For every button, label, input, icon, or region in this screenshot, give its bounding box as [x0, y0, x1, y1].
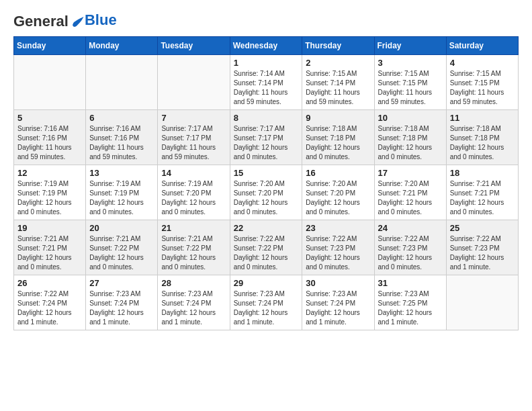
- day-number: 5: [17, 113, 82, 123]
- day-info: Sunrise: 7:22 AM Sunset: 7:24 PM Dayligh…: [17, 289, 82, 327]
- day-number: 1: [234, 58, 299, 68]
- calendar-cell: 16Sunrise: 7:20 AM Sunset: 7:20 PM Dayli…: [302, 165, 374, 220]
- calendar-week-row: 5Sunrise: 7:16 AM Sunset: 7:16 PM Daylig…: [14, 110, 519, 165]
- calendar-cell: 11Sunrise: 7:18 AM Sunset: 7:18 PM Dayli…: [446, 110, 518, 165]
- calendar-cell: 24Sunrise: 7:22 AM Sunset: 7:23 PM Dayli…: [374, 220, 446, 275]
- day-info: Sunrise: 7:19 AM Sunset: 7:19 PM Dayligh…: [89, 179, 154, 217]
- calendar-week-row: 26Sunrise: 7:22 AM Sunset: 7:24 PM Dayli…: [14, 275, 519, 330]
- day-number: 13: [89, 168, 154, 178]
- day-number: 28: [161, 278, 226, 288]
- calendar-cell: 6Sunrise: 7:16 AM Sunset: 7:16 PM Daylig…: [86, 110, 158, 165]
- day-info: Sunrise: 7:21 AM Sunset: 7:21 PM Dayligh…: [17, 234, 82, 272]
- calendar-cell: 27Sunrise: 7:23 AM Sunset: 7:24 PM Dayli…: [86, 275, 158, 330]
- calendar-cell: 25Sunrise: 7:22 AM Sunset: 7:23 PM Dayli…: [446, 220, 518, 275]
- day-info: Sunrise: 7:23 AM Sunset: 7:24 PM Dayligh…: [161, 289, 226, 327]
- calendar-cell: 2Sunrise: 7:15 AM Sunset: 7:14 PM Daylig…: [302, 55, 374, 110]
- calendar-cell: 28Sunrise: 7:23 AM Sunset: 7:24 PM Dayli…: [158, 275, 230, 330]
- calendar-cell: 22Sunrise: 7:22 AM Sunset: 7:22 PM Dayli…: [230, 220, 302, 275]
- day-info: Sunrise: 7:22 AM Sunset: 7:23 PM Dayligh…: [306, 234, 370, 272]
- day-number: 3: [378, 58, 443, 68]
- calendar-cell: [86, 55, 158, 110]
- day-number: 20: [89, 223, 154, 233]
- day-info: Sunrise: 7:22 AM Sunset: 7:23 PM Dayligh…: [378, 234, 443, 272]
- day-info: Sunrise: 7:23 AM Sunset: 7:24 PM Dayligh…: [234, 289, 299, 327]
- calendar-cell: 17Sunrise: 7:20 AM Sunset: 7:21 PM Dayli…: [374, 165, 446, 220]
- day-info: Sunrise: 7:22 AM Sunset: 7:23 PM Dayligh…: [450, 234, 515, 272]
- calendar-cell: 7Sunrise: 7:17 AM Sunset: 7:17 PM Daylig…: [158, 110, 230, 165]
- day-number: 23: [306, 223, 370, 233]
- header-saturday: Saturday: [446, 37, 518, 55]
- day-number: 15: [234, 168, 299, 178]
- day-info: Sunrise: 7:20 AM Sunset: 7:20 PM Dayligh…: [306, 179, 370, 217]
- calendar-week-row: 19Sunrise: 7:21 AM Sunset: 7:21 PM Dayli…: [14, 220, 519, 275]
- calendar-cell: 29Sunrise: 7:23 AM Sunset: 7:24 PM Dayli…: [230, 275, 302, 330]
- day-info: Sunrise: 7:16 AM Sunset: 7:16 PM Dayligh…: [17, 124, 82, 162]
- day-info: Sunrise: 7:17 AM Sunset: 7:17 PM Dayligh…: [161, 124, 226, 162]
- day-number: 18: [450, 168, 515, 178]
- day-info: Sunrise: 7:18 AM Sunset: 7:18 PM Dayligh…: [450, 124, 515, 162]
- calendar-cell: 1Sunrise: 7:14 AM Sunset: 7:14 PM Daylig…: [230, 55, 302, 110]
- day-info: Sunrise: 7:23 AM Sunset: 7:24 PM Dayligh…: [89, 289, 154, 327]
- header-monday: Monday: [86, 37, 158, 55]
- day-info: Sunrise: 7:19 AM Sunset: 7:20 PM Dayligh…: [161, 179, 226, 217]
- day-info: Sunrise: 7:15 AM Sunset: 7:14 PM Dayligh…: [306, 69, 370, 107]
- day-number: 10: [378, 113, 443, 123]
- day-number: 8: [234, 113, 299, 123]
- header-wednesday: Wednesday: [230, 37, 302, 55]
- day-number: 30: [306, 278, 370, 288]
- day-number: 27: [89, 278, 154, 288]
- page-header: General Blue: [13, 13, 519, 30]
- calendar-week-row: 1Sunrise: 7:14 AM Sunset: 7:14 PM Daylig…: [14, 55, 519, 110]
- day-info: Sunrise: 7:14 AM Sunset: 7:14 PM Dayligh…: [234, 69, 299, 107]
- day-number: 25: [450, 223, 515, 233]
- day-number: 2: [306, 58, 370, 68]
- day-number: 26: [17, 278, 82, 288]
- day-info: Sunrise: 7:18 AM Sunset: 7:18 PM Dayligh…: [378, 124, 443, 162]
- day-number: 21: [161, 223, 226, 233]
- calendar-week-row: 12Sunrise: 7:19 AM Sunset: 7:19 PM Dayli…: [14, 165, 519, 220]
- day-info: Sunrise: 7:15 AM Sunset: 7:15 PM Dayligh…: [450, 69, 515, 107]
- day-number: 6: [89, 113, 154, 123]
- day-info: Sunrise: 7:22 AM Sunset: 7:22 PM Dayligh…: [234, 234, 299, 272]
- day-number: 17: [378, 168, 443, 178]
- calendar-cell: 30Sunrise: 7:23 AM Sunset: 7:24 PM Dayli…: [302, 275, 374, 330]
- header-sunday: Sunday: [14, 37, 86, 55]
- day-info: Sunrise: 7:15 AM Sunset: 7:15 PM Dayligh…: [378, 69, 443, 107]
- day-info: Sunrise: 7:20 AM Sunset: 7:21 PM Dayligh…: [378, 179, 443, 217]
- logo-bird-icon: [70, 15, 85, 30]
- day-number: 16: [306, 168, 370, 178]
- calendar-cell: 9Sunrise: 7:18 AM Sunset: 7:18 PM Daylig…: [302, 110, 374, 165]
- calendar-cell: 10Sunrise: 7:18 AM Sunset: 7:18 PM Dayli…: [374, 110, 446, 165]
- calendar-cell: [446, 275, 518, 330]
- day-info: Sunrise: 7:21 AM Sunset: 7:22 PM Dayligh…: [161, 234, 226, 272]
- day-info: Sunrise: 7:23 AM Sunset: 7:24 PM Dayligh…: [306, 289, 370, 327]
- day-info: Sunrise: 7:21 AM Sunset: 7:21 PM Dayligh…: [450, 179, 515, 217]
- day-info: Sunrise: 7:19 AM Sunset: 7:19 PM Dayligh…: [17, 179, 82, 217]
- calendar-cell: 12Sunrise: 7:19 AM Sunset: 7:19 PM Dayli…: [14, 165, 86, 220]
- day-number: 4: [450, 58, 515, 68]
- header-tuesday: Tuesday: [158, 37, 230, 55]
- calendar-cell: 4Sunrise: 7:15 AM Sunset: 7:15 PM Daylig…: [446, 55, 518, 110]
- calendar-cell: 26Sunrise: 7:22 AM Sunset: 7:24 PM Dayli…: [14, 275, 86, 330]
- calendar-cell: 8Sunrise: 7:17 AM Sunset: 7:17 PM Daylig…: [230, 110, 302, 165]
- calendar-cell: [14, 55, 86, 110]
- calendar-cell: 13Sunrise: 7:19 AM Sunset: 7:19 PM Dayli…: [86, 165, 158, 220]
- calendar-cell: 3Sunrise: 7:15 AM Sunset: 7:15 PM Daylig…: [374, 55, 446, 110]
- calendar-table: SundayMondayTuesdayWednesdayThursdayFrid…: [13, 36, 519, 330]
- calendar-cell: 19Sunrise: 7:21 AM Sunset: 7:21 PM Dayli…: [14, 220, 86, 275]
- day-number: 31: [378, 278, 443, 288]
- day-info: Sunrise: 7:18 AM Sunset: 7:18 PM Dayligh…: [306, 124, 370, 162]
- day-number: 29: [234, 278, 299, 288]
- day-number: 9: [306, 113, 370, 123]
- calendar-cell: 15Sunrise: 7:20 AM Sunset: 7:20 PM Dayli…: [230, 165, 302, 220]
- day-info: Sunrise: 7:23 AM Sunset: 7:25 PM Dayligh…: [378, 289, 443, 327]
- calendar-cell: 14Sunrise: 7:19 AM Sunset: 7:20 PM Dayli…: [158, 165, 230, 220]
- day-number: 12: [17, 168, 82, 178]
- day-number: 22: [234, 223, 299, 233]
- logo-general: General: [13, 13, 69, 30]
- calendar-cell: [158, 55, 230, 110]
- header-thursday: Thursday: [302, 37, 374, 55]
- calendar-cell: 5Sunrise: 7:16 AM Sunset: 7:16 PM Daylig…: [14, 110, 86, 165]
- day-info: Sunrise: 7:17 AM Sunset: 7:17 PM Dayligh…: [234, 124, 299, 162]
- calendar-cell: 21Sunrise: 7:21 AM Sunset: 7:22 PM Dayli…: [158, 220, 230, 275]
